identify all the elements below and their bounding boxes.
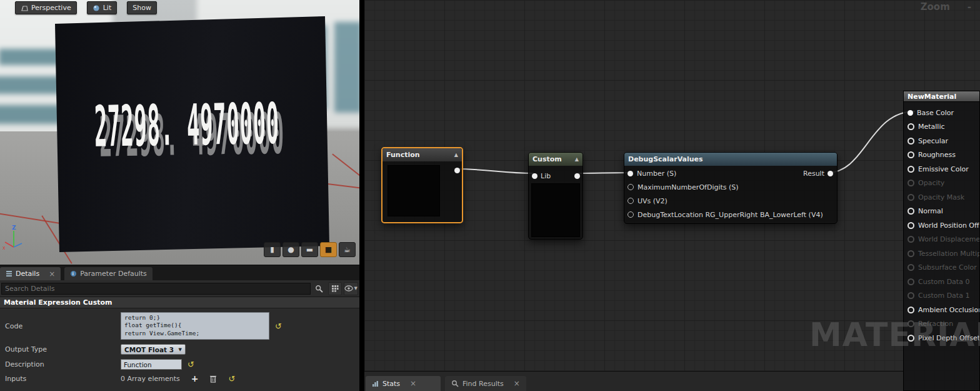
reset-to-default-icon[interactable]: ↺ <box>275 322 282 330</box>
cylinder-icon: ▮ <box>270 245 274 254</box>
pin-row-custom-data-1: Custom Data 1 <box>904 289 979 303</box>
find-results-icon <box>451 380 459 387</box>
search-details-input[interactable] <box>1 283 311 295</box>
pin-row-emissive-color[interactable]: Emissive Color <box>904 162 979 176</box>
debug-input-uvs[interactable]: UVs (V2) <box>624 194 837 208</box>
grid-view-button[interactable] <box>328 282 342 295</box>
tab-stats[interactable]: Stats × <box>366 376 441 391</box>
tab-details[interactable]: Details × <box>0 267 61 280</box>
reset-to-default-icon[interactable]: ↺ <box>188 360 194 368</box>
preview-mesh-buttons: ▮ ● ▬ ■ ☕ <box>264 242 356 257</box>
add-element-button[interactable]: + <box>191 374 199 383</box>
close-icon[interactable]: × <box>49 270 55 278</box>
specular-pin[interactable] <box>908 138 914 145</box>
debug-input-text-location[interactable]: DebugTextLocation RG_UpperRight BA_Lower… <box>624 208 837 221</box>
preview-teapot-button[interactable]: ☕ <box>339 242 356 257</box>
pin-row-ambient-occlusion[interactable]: Ambient Occlusion <box>904 303 979 317</box>
perspective-button[interactable]: Perspective <box>15 1 77 14</box>
tab-find-results[interactable]: Find Results × <box>445 376 526 391</box>
material-graph-canvas[interactable]: Zoom - Function ▲ Custom ▲ <box>359 0 980 391</box>
new-material-node-header[interactable]: NewMaterial <box>903 91 980 102</box>
tessellation-multiplier-pin <box>908 250 914 257</box>
cube-icon: ■ <box>325 245 332 254</box>
collapse-arrow-icon[interactable]: ▲ <box>454 152 458 158</box>
roughness-pin[interactable] <box>908 151 914 158</box>
emissive-color-pin[interactable] <box>908 166 914 173</box>
description-field[interactable] <box>121 359 182 370</box>
preview-cube-button[interactable]: ■ <box>320 242 337 257</box>
preview-cylinder-button[interactable]: ▮ <box>264 242 281 257</box>
max-digits-input-pin[interactable] <box>628 184 634 190</box>
function-output-pin[interactable] <box>454 168 460 173</box>
zoom-trail: - <box>968 1 971 13</box>
pin-row-specular[interactable]: Specular <box>904 134 979 148</box>
pin-row-subsurface-color: Subsurface Color <box>904 261 979 275</box>
output-type-dropdown[interactable]: CMOT Float 3 ▼ <box>121 344 186 355</box>
node-new-material[interactable]: NewMaterial Base Color Metallic Specular… <box>903 91 980 391</box>
preview-viewport[interactable]: 27298. 4970000 27298. 4970000 Z x Perspe… <box>0 0 359 265</box>
metallic-pin[interactable] <box>908 123 914 130</box>
pin-row-base-color[interactable]: Base Color <box>904 106 979 120</box>
search-icon[interactable] <box>312 282 326 295</box>
pin-row-pixel-depth-offset[interactable]: Pixel Depth Offset <box>904 331 979 345</box>
find-results-tab-label: Find Results <box>462 380 504 388</box>
ambient-occlusion-pin[interactable] <box>908 307 914 313</box>
pin-label: World Displacement <box>918 235 979 243</box>
tab-parameter-defaults[interactable]: i Parameter Defaults <box>64 267 152 280</box>
code-row: Code return 0;} float getTime(){ return … <box>0 312 359 340</box>
world-position-offset-pin[interactable] <box>908 222 914 229</box>
custom-node-header[interactable]: Custom ▲ <box>529 153 582 166</box>
collapse-arrow-icon[interactable]: ▲ <box>575 156 579 162</box>
close-icon[interactable]: × <box>514 379 520 388</box>
result-output-pin[interactable] <box>828 171 833 176</box>
perspective-label: Perspective <box>31 4 71 12</box>
pin-row-metallic[interactable]: Metallic <box>904 120 979 135</box>
delete-elements-icon[interactable] <box>209 375 217 383</box>
lit-sphere-icon <box>92 4 100 12</box>
node-function[interactable]: Function ▲ <box>381 147 463 223</box>
sphere-icon: ● <box>288 245 294 254</box>
svg-text:x: x <box>2 245 6 251</box>
base-color-pin[interactable] <box>908 110 913 116</box>
details-tab-bar: Details × i Parameter Defaults <box>0 265 359 280</box>
stats-tab-label: Stats <box>382 380 400 388</box>
debug-result-output[interactable]: Result <box>803 170 833 178</box>
pin-label: Refraction <box>918 320 953 328</box>
text-location-input-pin[interactable] <box>628 211 634 218</box>
view-options-button[interactable]: ▼ <box>344 282 358 295</box>
reset-to-default-icon[interactable]: ↺ <box>228 375 235 383</box>
preview-plane-button[interactable]: ▬ <box>301 242 318 257</box>
pin-label: Normal <box>918 207 943 215</box>
custom-lib-input-pin[interactable] <box>532 173 538 179</box>
pin-row-opacity: Opacity <box>904 176 979 191</box>
normal-pin[interactable] <box>908 208 914 215</box>
pin-row-world-position-offset[interactable]: World Position Offset <box>904 218 979 233</box>
pixel-depth-offset-pin[interactable] <box>908 335 914 342</box>
pin-label: Custom Data 1 <box>918 292 969 300</box>
uvs-input-pin[interactable] <box>628 198 634 204</box>
show-button[interactable]: Show <box>127 1 157 14</box>
section-header-material-expression-custom: Material Expression Custom <box>0 297 359 308</box>
pin-row-tessellation-multiplier: Tessellation Multiplier <box>904 246 979 261</box>
lit-button[interactable]: Lit <box>87 1 118 14</box>
debug-node-header[interactable]: DebugScalarValues <box>624 153 837 166</box>
uvs-pin-label: UVs (V2) <box>638 197 668 205</box>
function-preview-thumbnail <box>388 165 440 216</box>
close-icon[interactable]: × <box>410 379 416 388</box>
details-tab-icon <box>6 270 12 277</box>
preview-sphere-button[interactable]: ● <box>282 242 299 257</box>
subsurface-color-pin <box>908 264 914 271</box>
function-node-header[interactable]: Function ▲ <box>382 148 462 161</box>
output-type-row: Output Type CMOT Float 3 ▼ <box>0 344 359 355</box>
node-custom[interactable]: Custom ▲ Lib <box>528 152 583 240</box>
debug-input-max-digits[interactable]: MaximumNumberOfDigits (S) <box>624 180 837 194</box>
chevron-down-icon: ▼ <box>179 347 182 352</box>
pin-label: Base Color <box>917 109 954 117</box>
code-value-box[interactable]: return 0;} float getTime(){ return View.… <box>121 312 269 340</box>
custom-output-pin[interactable] <box>574 173 580 179</box>
pin-row-roughness[interactable]: Roughness <box>904 148 979 163</box>
pin-row-normal[interactable]: Normal <box>904 205 979 219</box>
pin-label: Custom Data 0 <box>918 278 969 286</box>
number-input-pin[interactable] <box>628 171 633 176</box>
node-debug-scalar-values[interactable]: DebugScalarValues Number (S) MaximumNumb… <box>624 152 838 224</box>
